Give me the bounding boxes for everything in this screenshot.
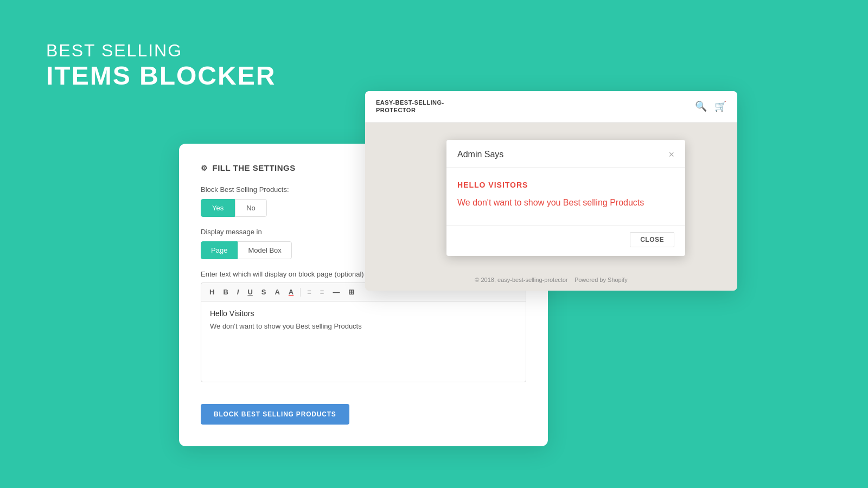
- store-name: EASY-BEST-SELLING- PROTECTOR: [376, 99, 444, 114]
- modal-header: Admin Says ×: [446, 140, 685, 168]
- editor-content[interactable]: Hello Visitors We don't want to show you…: [201, 301, 526, 382]
- color-btn[interactable]: A: [271, 286, 283, 298]
- search-icon[interactable]: 🔍: [695, 100, 707, 112]
- modal-body: HELLO VISITORS We don't want to show you…: [446, 168, 685, 225]
- page-title: BEST SELLING ITEMS BLOCKER: [46, 41, 276, 91]
- model-box-button[interactable]: Model Box: [238, 241, 291, 259]
- toolbar-separator-1: [300, 288, 301, 297]
- modal-close-x-button[interactable]: ×: [668, 150, 674, 159]
- yes-button[interactable]: Yes: [201, 199, 235, 217]
- modal-message: We don't want to show you Best selling P…: [457, 197, 674, 209]
- modal-dialog: Admin Says × HELLO VISITORS We don't wan…: [446, 140, 685, 256]
- underline-btn[interactable]: U: [244, 286, 256, 298]
- table-btn[interactable]: ⊞: [344, 286, 358, 298]
- shopify-panel: EASY-BEST-SELLING- PROTECTOR 🔍 🛒 Admin S…: [365, 91, 737, 291]
- italic-btn[interactable]: I: [233, 286, 243, 298]
- modal-footer: CLOSE: [446, 225, 685, 256]
- editor-line2: We don't want to show you Best selling P…: [210, 322, 517, 330]
- highlight-btn[interactable]: A: [285, 286, 297, 298]
- title-line2: ITEMS BLOCKER: [46, 61, 276, 91]
- shopify-body: Admin Says × HELLO VISITORS We don't wan…: [365, 123, 737, 269]
- page-button[interactable]: Page: [201, 241, 238, 259]
- strikethrough-btn[interactable]: S: [258, 286, 270, 298]
- modal-close-button[interactable]: CLOSE: [630, 232, 674, 247]
- cart-icon[interactable]: 🛒: [714, 100, 726, 112]
- gear-icon: ⚙: [201, 164, 208, 172]
- header-icons: 🔍 🛒: [695, 100, 726, 112]
- heading-btn[interactable]: H: [206, 286, 218, 298]
- block-best-selling-button[interactable]: BLOCK BEST SELLING PRODUCTS: [201, 404, 349, 425]
- editor-line1: Hello Visitors: [210, 309, 517, 318]
- shopify-header: EASY-BEST-SELLING- PROTECTOR 🔍 🛒: [365, 91, 737, 123]
- title-line1: BEST SELLING: [46, 41, 276, 61]
- divider-btn[interactable]: —: [329, 286, 343, 298]
- modal-title: Admin Says: [457, 150, 503, 159]
- ordered-list-btn[interactable]: ≡: [303, 286, 315, 298]
- unordered-list-btn[interactable]: ≡: [316, 286, 328, 298]
- no-button[interactable]: No: [235, 199, 267, 217]
- modal-greeting: HELLO VISITORS: [457, 181, 674, 189]
- modal-overlay: Admin Says × HELLO VISITORS We don't wan…: [365, 123, 737, 269]
- editor-empty-space: [210, 330, 517, 374]
- bold-btn[interactable]: B: [219, 286, 232, 298]
- shopify-footer: © 2018, easy-best-selling-protector Powe…: [365, 269, 737, 291]
